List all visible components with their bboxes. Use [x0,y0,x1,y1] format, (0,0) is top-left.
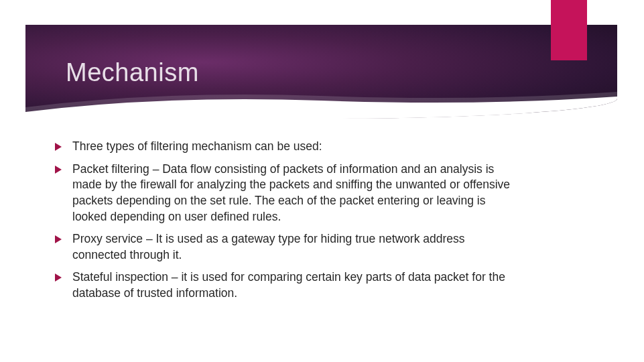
slide-title: Mechanism [66,58,199,87]
bullet-text: Three types of filtering mechanism can b… [72,139,322,155]
bullet-triangle-icon [55,274,62,282]
slide-header: Mechanism [25,25,617,119]
bullet-item: Proxy service – It is used as a gateway … [72,231,577,263]
bullet-item: Stateful inspection – it is used for com… [72,269,577,301]
accent-tab [551,0,587,60]
bullet-text: Packet filtering – Data flow consisting … [72,162,515,225]
bullet-text: Stateful inspection – it is used for com… [72,269,515,301]
bullet-text: Proxy service – It is used as a gateway … [72,231,515,263]
bullet-triangle-icon [55,143,62,151]
slide-content: Three types of filtering mechanism can b… [25,119,617,322]
slide: Mechanism Three types of filtering mecha… [25,25,617,362]
bullet-item: Three types of filtering mechanism can b… [72,139,577,155]
bullet-triangle-icon [55,235,62,243]
bullet-triangle-icon [55,166,62,174]
header-curve [25,88,617,119]
bullet-item: Packet filtering – Data flow consisting … [72,162,577,225]
